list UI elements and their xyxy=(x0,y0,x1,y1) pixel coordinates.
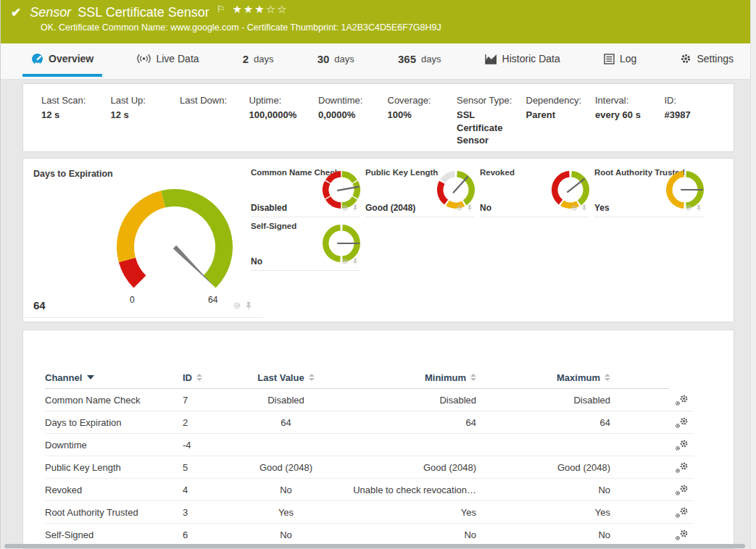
info-item-uptime: Uptime:100,0000% xyxy=(249,95,319,151)
table-row: Self-Signed6NoNoNo xyxy=(45,524,694,546)
channel-settings-gears-icon[interactable] xyxy=(675,394,689,406)
priority-stars[interactable]: ★★★☆☆ xyxy=(232,3,288,16)
channel-name[interactable]: Days to Expiration xyxy=(45,411,183,434)
info-value: 100,0000% xyxy=(249,109,312,122)
tab-365-days[interactable]: 365days xyxy=(389,43,450,77)
tab-2-days[interactable]: 2days xyxy=(234,43,283,77)
info-label: Downtime: xyxy=(318,95,381,106)
flag-icon[interactable]: ⚐ xyxy=(217,4,225,14)
channel-settings-gears-icon[interactable] xyxy=(675,529,689,541)
tab-label: Settings xyxy=(697,53,734,64)
channel-name[interactable]: Common Name Check xyxy=(45,389,183,411)
info-item-last-scan: Last Scan:12 s xyxy=(41,95,111,151)
info-value: Parent xyxy=(526,109,589,122)
sort-icon xyxy=(605,374,610,381)
channel-name[interactable]: Self-Signed xyxy=(45,524,183,546)
gauge-value: No xyxy=(480,203,491,213)
gauge-root-authority-trusted[interactable]: Root Authority TrustedYes xyxy=(594,164,703,217)
gauge-pin-icon[interactable] xyxy=(352,201,359,214)
column-header-channel[interactable]: Channel xyxy=(45,366,183,389)
overview-info-panel: Last Scan:12 sLast Up:12 sLast Down:Upti… xyxy=(22,83,734,152)
tab-label: Historic Data xyxy=(502,53,560,64)
column-header-minimum[interactable]: Minimum xyxy=(331,366,476,389)
gauge-common-name-check[interactable]: Common Name CheckDisabled xyxy=(251,164,360,217)
gauge-revoked[interactable]: RevokedNo xyxy=(480,164,589,217)
gauge-value: No xyxy=(251,256,262,267)
info-item-id: ID:#3987 xyxy=(665,95,734,151)
channel-name[interactable]: Root Authority Trusted xyxy=(45,501,183,524)
tab-label: days xyxy=(254,54,273,64)
tab-label: Log xyxy=(620,53,636,64)
star-empty-icon: ☆ xyxy=(266,3,277,15)
gauge-settings-gear-icon[interactable] xyxy=(570,201,578,214)
info-item-last-down: Last Down: xyxy=(180,95,249,151)
gauge-settings-gear-icon[interactable] xyxy=(341,255,349,268)
channel-settings-gears-icon[interactable] xyxy=(675,506,689,519)
column-header-label: Last Value xyxy=(257,372,304,383)
channel-name[interactable]: Revoked xyxy=(45,479,183,501)
column-header-id[interactable]: ID xyxy=(183,366,241,389)
info-item-last-up: Last Up:12 s xyxy=(111,95,180,151)
tab-live-data[interactable]: Live Data xyxy=(128,43,207,77)
channel-settings-gears-icon[interactable] xyxy=(675,439,689,451)
gauge-current-value: 64 xyxy=(33,299,46,311)
gauge-pin-icon[interactable] xyxy=(466,201,473,214)
tab-bar: OverviewLive Data2days30days365daysHisto… xyxy=(1,43,751,80)
channel-last-value: Good (2048) xyxy=(241,456,331,479)
gauge-settings-gear-icon[interactable] xyxy=(456,201,463,214)
column-header-maximum[interactable]: Maximum xyxy=(476,366,610,389)
info-item-interval: Interval:every 60 s xyxy=(595,95,665,151)
horizontal-scrollbar-thumb[interactable] xyxy=(4,544,745,548)
gauge-scale-min: 0 xyxy=(130,295,135,305)
sort-desc-icon xyxy=(87,375,94,380)
days-to-expiration-gauge-chart xyxy=(24,164,263,317)
info-label: Coverage: xyxy=(388,95,450,106)
channel-maximum: Disabled xyxy=(476,389,610,411)
channel-settings-gears-icon[interactable] xyxy=(675,416,689,429)
info-label: Last Up: xyxy=(111,95,173,106)
sensor-kind-label: Sensor xyxy=(30,5,71,20)
info-item-sensor-type: Sensor Type:SSL Certificate Sensor xyxy=(457,95,526,151)
tab-log[interactable]: Log xyxy=(595,43,645,77)
channel-settings-gears-icon[interactable] xyxy=(675,484,689,496)
gauge-pin-icon[interactable] xyxy=(695,201,702,214)
channel-name[interactable]: Public Key Length xyxy=(45,456,183,479)
gauge-pin-icon[interactable] xyxy=(581,201,588,214)
channel-id: 2 xyxy=(183,411,241,434)
info-label: Uptime: xyxy=(249,95,312,106)
gauge-self-signed[interactable]: Self-SignedNo xyxy=(251,218,360,271)
channel-id: 4 xyxy=(183,479,241,501)
info-item-coverage: Coverage:100% xyxy=(388,95,457,151)
gauge-public-key-length[interactable]: Public Key LengthGood (2048) xyxy=(365,164,474,217)
sort-icon xyxy=(470,374,476,381)
channel-id: 5 xyxy=(183,456,241,479)
gauge-pin-icon[interactable] xyxy=(244,300,253,313)
channels-table: ChannelIDLast ValueMinimumMaximumCommon … xyxy=(45,366,694,546)
channel-last-value: Yes xyxy=(241,501,331,524)
column-header-last-value[interactable]: Last Value xyxy=(241,366,331,389)
channel-maximum: Good (2048) xyxy=(476,456,610,479)
tab-overview[interactable]: Overview xyxy=(22,43,102,77)
gauge-settings-gear-icon[interactable] xyxy=(233,300,241,313)
tab-day-count: 365 xyxy=(398,53,416,65)
gauge-settings-gear-icon[interactable] xyxy=(685,201,692,214)
channel-gauges-grid: Common Name CheckDisabledPublic Key Leng… xyxy=(251,164,703,271)
tab-historic-data[interactable]: Historic Data xyxy=(476,43,569,77)
channel-maximum xyxy=(476,434,610,456)
channel-name[interactable]: Downtime xyxy=(45,434,183,456)
channel-settings-gears-icon[interactable] xyxy=(675,461,689,474)
table-header-row: ChannelIDLast ValueMinimumMaximum xyxy=(45,366,694,389)
tab-30-days[interactable]: 30days xyxy=(309,43,363,77)
gauge-days-to-expiration[interactable]: Days to Expiration 0 64 64 xyxy=(24,164,263,318)
tab-settings[interactable]: Settings xyxy=(671,43,742,77)
gauge-pin-icon[interactable] xyxy=(352,255,359,268)
gauge-settings-gear-icon[interactable] xyxy=(341,201,349,214)
channels-table-panel: ChannelIDLast ValueMinimumMaximumCommon … xyxy=(22,330,734,549)
channel-maximum: Yes xyxy=(476,501,610,524)
vertical-scrollbar[interactable] xyxy=(750,0,756,549)
channel-last-value: No xyxy=(241,524,331,546)
channel-last-value: No xyxy=(241,479,331,501)
gauge-title: Public Key Length xyxy=(365,168,438,177)
info-label: Interval: xyxy=(595,95,657,106)
info-label: Last Scan: xyxy=(41,95,104,106)
